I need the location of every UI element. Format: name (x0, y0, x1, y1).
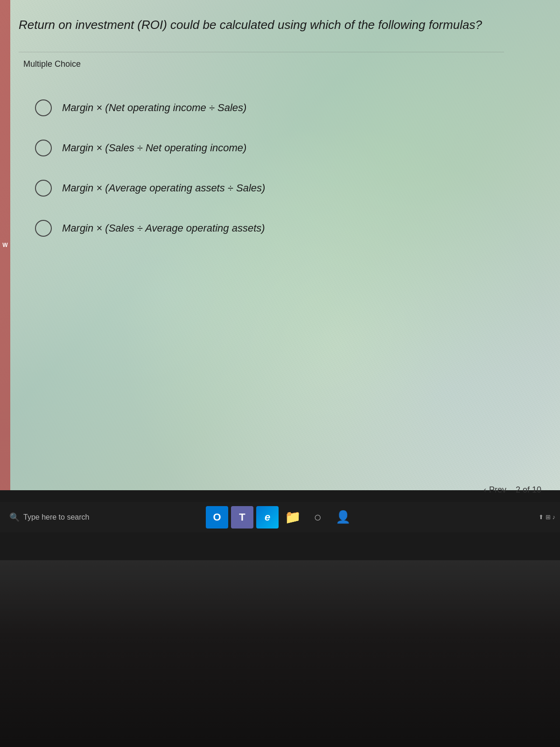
outlook-letter: O (213, 511, 221, 523)
option-d[interactable]: Margin × (Sales ÷ Average operating asse… (28, 208, 541, 248)
system-tray: ⬆ ⊞ ♪ (539, 502, 555, 532)
teams-letter: T (239, 511, 245, 523)
folder-icon-glyph: 📁 (285, 509, 301, 525)
system-tray-icons: ⬆ ⊞ ♪ (539, 514, 555, 521)
prev-label: Prev (489, 485, 506, 495)
question-type-label: Multiple Choice (19, 59, 541, 69)
windows-taskbar: 🔍 Type here to search O T e 📁 ○ 👤 ⬆ ⊞ ♪ (0, 502, 560, 532)
option-c-label: Margin × (Average operating assets ÷ Sal… (62, 181, 265, 196)
radio-c[interactable] (35, 180, 52, 197)
options-container: Margin × (Net operating income ÷ Sales) … (19, 88, 541, 248)
circle-icon-glyph: ○ (314, 510, 322, 525)
navigation-bar: ‹ Prev 2 of 10 (483, 485, 541, 495)
option-d-label: Margin × (Sales ÷ Average operating asse… (62, 221, 265, 236)
search-icon: 🔍 (9, 512, 20, 522)
radio-a[interactable] (35, 99, 52, 116)
left-app-strip: W (0, 0, 10, 490)
option-b-label: Margin × (Sales ÷ Net operating income) (62, 141, 246, 155)
taskbar-outlook-icon[interactable]: O (206, 506, 228, 529)
person-icon-glyph: 👤 (336, 510, 350, 524)
taskbar-circle-icon[interactable]: ○ (307, 506, 329, 529)
left-strip-letter: W (2, 242, 8, 248)
question-text: Return on investment (ROI) could be calc… (19, 16, 541, 33)
option-c[interactable]: Margin × (Average operating assets ÷ Sal… (28, 168, 541, 208)
radio-d[interactable] (35, 220, 52, 237)
content-area: Return on investment (ROI) could be calc… (0, 0, 560, 490)
option-b[interactable]: Margin × (Sales ÷ Net operating income) (28, 128, 541, 168)
page-indicator: 2 of 10 (516, 485, 541, 495)
radio-b[interactable] (35, 140, 52, 156)
taskbar-person-icon[interactable]: 👤 (332, 506, 354, 529)
taskbar-teams-icon[interactable]: T (231, 506, 253, 529)
keyboard-area (0, 560, 560, 747)
prev-chevron-icon: ‹ (483, 485, 486, 495)
search-input-label[interactable]: Type here to search (23, 513, 89, 521)
option-a[interactable]: Margin × (Net operating income ÷ Sales) (28, 88, 541, 128)
search-bar[interactable]: 🔍 Type here to search (0, 502, 98, 532)
divider (19, 52, 504, 52)
taskbar-edge-icon[interactable]: e (256, 506, 279, 529)
prev-button[interactable]: ‹ Prev (483, 485, 506, 495)
taskbar-icons: O T e 📁 ○ 👤 (206, 502, 354, 532)
option-a-label: Margin × (Net operating income ÷ Sales) (62, 101, 246, 115)
edge-letter: e (265, 511, 270, 523)
taskbar-folder-icon[interactable]: 📁 (281, 506, 304, 529)
